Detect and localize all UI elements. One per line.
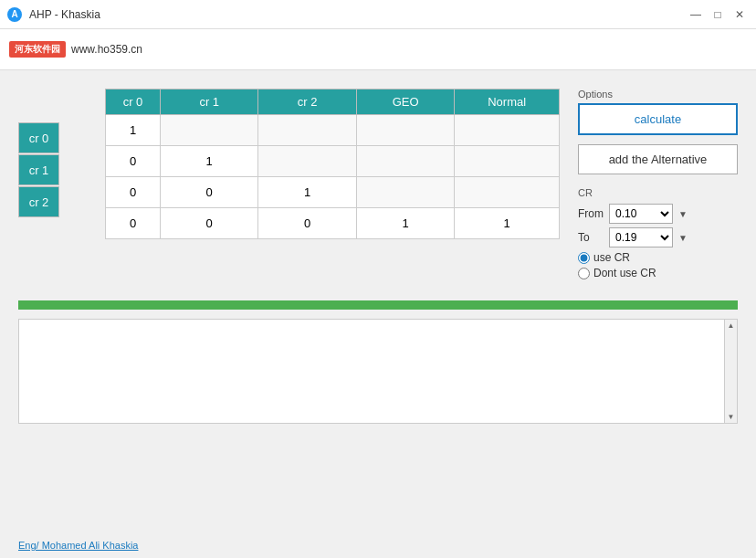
col-header-geo: GEO bbox=[356, 89, 454, 115]
table-row: 001 bbox=[106, 177, 560, 208]
dont-use-cr-label: Dont use CR bbox=[593, 267, 656, 279]
dont-use-cr-row: Dont use CR bbox=[578, 267, 738, 279]
add-alternative-button[interactable]: add the Alternative bbox=[578, 144, 738, 174]
col-header-cr0: cr 0 bbox=[106, 89, 161, 115]
table-row: 1 bbox=[106, 115, 560, 146]
titlebar-controls: — □ ✕ bbox=[687, 5, 749, 24]
logo-text: www.ho359.cn bbox=[71, 43, 142, 56]
minimize-button[interactable]: — bbox=[687, 5, 705, 24]
calculate-button[interactable]: calculate bbox=[578, 103, 738, 135]
cr-from-label: From bbox=[578, 207, 604, 220]
dont-use-cr-radio[interactable] bbox=[578, 268, 590, 279]
row-labels: cr 0 cr 1 cr 2 bbox=[18, 122, 59, 250]
cell-r0-c1[interactable] bbox=[161, 115, 258, 146]
right-panel: Options calculate add the Alternative CR… bbox=[578, 89, 738, 282]
row-label-empty bbox=[18, 218, 59, 249]
input-r0-c4[interactable] bbox=[467, 123, 546, 137]
input-r0-c1[interactable] bbox=[173, 123, 245, 137]
cell-r0-c3[interactable] bbox=[356, 115, 454, 146]
titlebar-left: A AHP - Khaskia bbox=[7, 7, 100, 22]
cell-r0-c2[interactable] bbox=[258, 115, 356, 146]
cell-r1-c0: 0 bbox=[106, 146, 161, 177]
close-button[interactable]: ✕ bbox=[730, 5, 749, 24]
input-r2-c3[interactable] bbox=[370, 185, 441, 199]
col-header-cr1: cr 1 bbox=[161, 89, 258, 115]
cell-r2-c1: 0 bbox=[161, 177, 258, 208]
matrix-table: cr 0 cr 1 cr 2 GEO Normal 10100100011 bbox=[105, 89, 560, 239]
cell-r1-c3[interactable] bbox=[356, 146, 454, 177]
cell-r0-c0: 1 bbox=[106, 115, 161, 146]
matrix-section: cr 0 cr 1 cr 2 cr 0 cr 1 cr 2 GEO Normal bbox=[18, 89, 560, 282]
input-r0-c2[interactable] bbox=[271, 123, 342, 137]
logo-badge: 河东软件园 bbox=[9, 41, 66, 58]
footer-link[interactable]: Eng/ Mohamed Ali Khaskia bbox=[18, 540, 138, 551]
cr-to-row: To 0.19 0.20 0.25 0.30 ▼ bbox=[578, 227, 738, 247]
progress-bar-container bbox=[18, 300, 738, 310]
options-label: Options bbox=[578, 89, 738, 100]
cell-r3-c3: 1 bbox=[356, 208, 454, 239]
cell-r0-c4[interactable] bbox=[455, 115, 560, 146]
row-label-cr1: cr 1 bbox=[18, 154, 59, 185]
main-content: cr 0 cr 1 cr 2 cr 0 cr 1 cr 2 GEO Normal bbox=[0, 70, 756, 282]
table-row: 01 bbox=[106, 146, 560, 177]
cell-r2-c2: 1 bbox=[258, 177, 356, 208]
cell-r2-c3[interactable] bbox=[356, 177, 454, 208]
input-r2-c4[interactable] bbox=[467, 185, 546, 199]
row-label-cr2: cr 2 bbox=[18, 186, 59, 217]
titlebar-title: AHP - Khaskia bbox=[29, 8, 100, 21]
cell-r1-c4[interactable] bbox=[455, 146, 560, 177]
cr-from-row: From 0.10 0.11 0.12 0.15 0.20 ▼ bbox=[578, 204, 738, 224]
output-area: ▲ ▼ bbox=[18, 319, 738, 424]
titlebar: A AHP - Khaskia — □ ✕ bbox=[0, 0, 756, 29]
dropdown-arrow-to-icon: ▼ bbox=[678, 233, 688, 243]
dropdown-arrow-from-icon: ▼ bbox=[678, 209, 688, 219]
use-cr-radio[interactable] bbox=[578, 252, 590, 264]
cell-r3-c4: 1 bbox=[455, 208, 560, 239]
use-cr-label: use CR bbox=[593, 251, 630, 264]
cell-r3-c2: 0 bbox=[258, 208, 356, 239]
cr-to-select[interactable]: 0.19 0.20 0.25 0.30 bbox=[609, 227, 673, 247]
input-r1-c4[interactable] bbox=[467, 154, 546, 168]
cell-r2-c4[interactable] bbox=[455, 177, 560, 208]
output-textarea[interactable] bbox=[19, 320, 724, 423]
col-header-cr2: cr 2 bbox=[258, 89, 356, 115]
progress-bar bbox=[18, 300, 738, 310]
cr-label: CR bbox=[578, 187, 738, 198]
cr-section: CR From 0.10 0.11 0.12 0.15 0.20 ▼ To 0.… bbox=[578, 187, 738, 282]
input-r0-c3[interactable] bbox=[370, 123, 441, 137]
input-r1-c2[interactable] bbox=[271, 154, 342, 168]
input-r1-c3[interactable] bbox=[370, 154, 441, 168]
scroll-up-icon[interactable]: ▲ bbox=[728, 321, 735, 330]
use-cr-row: use CR bbox=[578, 251, 738, 264]
table-header-row: cr 0 cr 1 cr 2 GEO Normal bbox=[106, 89, 560, 115]
cell-r3-c0: 0 bbox=[106, 208, 161, 239]
cell-r3-c1: 0 bbox=[161, 208, 258, 239]
output-scrollbar[interactable]: ▲ ▼ bbox=[724, 320, 737, 423]
scroll-down-icon[interactable]: ▼ bbox=[728, 413, 735, 421]
col-header-normal: Normal bbox=[455, 89, 560, 115]
row-label-cr0: cr 0 bbox=[18, 122, 59, 153]
cell-r2-c0: 0 bbox=[106, 177, 161, 208]
cr-to-label: To bbox=[578, 231, 604, 244]
cr-from-select[interactable]: 0.10 0.11 0.12 0.15 0.20 bbox=[609, 204, 673, 224]
cell-r1-c1: 1 bbox=[161, 146, 258, 177]
table-row: 00011 bbox=[106, 208, 560, 239]
matrix-container: cr 0 cr 1 cr 2 cr 0 cr 1 cr 2 GEO Normal bbox=[18, 89, 560, 250]
app-icon: A bbox=[7, 7, 22, 22]
maximize-button[interactable]: □ bbox=[709, 5, 727, 24]
options-section: Options calculate bbox=[578, 89, 738, 135]
cell-r1-c2[interactable] bbox=[258, 146, 356, 177]
logobar: 河东软件园 www.ho359.cn bbox=[0, 29, 756, 70]
